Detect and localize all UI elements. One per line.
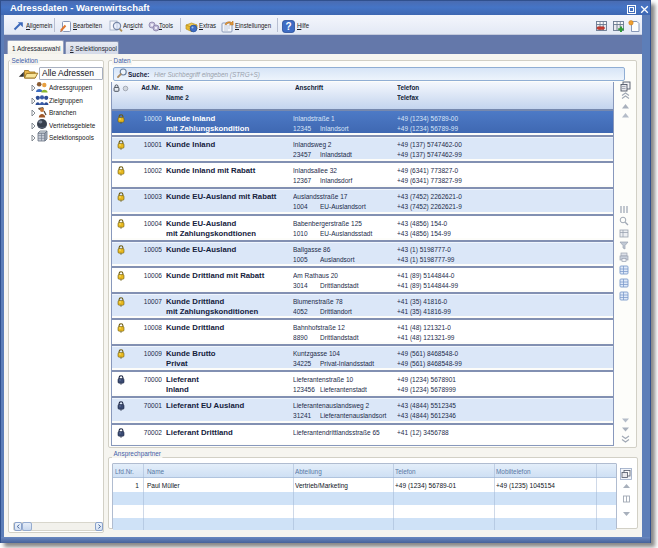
svg-text:?: ? [285, 21, 291, 32]
